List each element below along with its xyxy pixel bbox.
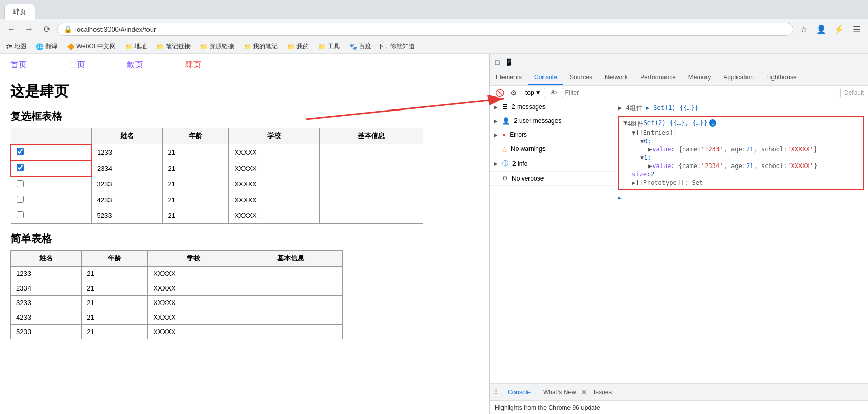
msg-user-messages[interactable]: ▶ 👤 2 user messages: [490, 114, 614, 128]
size-row: size : 2: [632, 170, 859, 178]
tab-network[interactable]: Network: [599, 71, 634, 85]
expand-arrow[interactable]: ▶: [618, 104, 622, 112]
bookmark-icon: 🌐: [36, 43, 44, 50]
context-selector[interactable]: top ▼: [522, 88, 545, 98]
msg-label: 2 info: [512, 160, 527, 168]
bookmark-address[interactable]: 📁 地址: [123, 41, 149, 52]
tab-console-bottom[interactable]: Console: [503, 387, 536, 398]
row-checkbox[interactable]: [17, 211, 24, 218]
expand-proto[interactable]: ▶: [632, 179, 635, 186]
tab-memory[interactable]: Memory: [682, 71, 717, 85]
browser-tab[interactable]: 肆页: [4, 4, 35, 20]
inspect-element-button[interactable]: □: [494, 57, 501, 68]
bookmark-notes-link[interactable]: 📁 笔记链接: [154, 41, 193, 52]
bookmark-icon: 📁: [287, 43, 295, 50]
eye-button[interactable]: 👁: [548, 87, 559, 99]
bookmark-translate[interactable]: 🌐 翻译: [34, 41, 60, 52]
bookmark-my-notes[interactable]: 📁 我的笔记: [241, 41, 280, 52]
row-checkbox[interactable]: [17, 148, 24, 155]
right-expand-arrow[interactable]: ►: [614, 192, 868, 203]
bookmark-baidu[interactable]: 🐾 百度一下，你就知道: [347, 41, 417, 52]
msg-messages[interactable]: ▶ ☰ 2 messages: [490, 100, 614, 114]
set-value[interactable]: ▶ Set(1) {{…}}: [646, 104, 698, 112]
tab-whats-new[interactable]: What's New: [538, 387, 581, 398]
tab-performance[interactable]: Performance: [634, 71, 682, 85]
name-cell: 1233: [91, 144, 162, 160]
expand-icon: ▶: [494, 118, 498, 124]
console-clear-button[interactable]: 🚫: [494, 87, 506, 99]
msg-label: 2 user messages: [514, 117, 561, 125]
devtools-bottom-tabs: ⠿ Console What's New ✕ Issues: [490, 383, 868, 400]
nav-home[interactable]: 首页: [10, 60, 27, 71]
expand-value0[interactable]: ▶: [648, 146, 652, 153]
bookmark-mine[interactable]: 📁 我的: [285, 41, 311, 52]
col-header-age: 年龄: [162, 128, 229, 144]
row-checkbox[interactable]: [17, 164, 24, 171]
checkbox-cell[interactable]: [11, 144, 91, 160]
bookmark-icon: 📁: [156, 43, 164, 50]
info-cell: [320, 144, 423, 160]
age-cell: 21: [82, 324, 148, 339]
row-checkbox[interactable]: [17, 196, 24, 203]
back-button[interactable]: ←: [4, 22, 19, 36]
expand-icon: ▶: [494, 176, 498, 182]
tab-sources[interactable]: Sources: [563, 71, 599, 85]
devtools-panel: □ 📱 Elements Console Sources Network Per…: [489, 54, 868, 414]
console-settings-button[interactable]: ⚙: [509, 87, 519, 99]
msg-verbose[interactable]: ▶ ⚙ No verbose: [490, 172, 614, 186]
info-cell: [239, 295, 342, 310]
component-label: 4组件: [626, 104, 645, 112]
bookmark-resources[interactable]: 📁 资源链接: [198, 41, 236, 52]
entry-1-label: ▼ 1:: [640, 154, 859, 162]
console-filter-input[interactable]: [562, 88, 841, 98]
whats-new-close[interactable]: ✕: [581, 389, 587, 396]
table-row: 1233 21 XXXXX: [11, 144, 423, 160]
tab-issues[interactable]: Issues: [589, 387, 617, 398]
expand-entry0[interactable]: ▼: [640, 137, 644, 145]
tab-application[interactable]: Application: [717, 71, 760, 85]
nav-page4[interactable]: 肆页: [185, 60, 201, 71]
expand-value1[interactable]: ▶: [648, 162, 652, 170]
checkbox-table-section: 复选框表格 姓名 年龄 学校 基本信息 1: [10, 109, 479, 224]
expand-icon: ▶: [494, 104, 498, 110]
msg-label: 2 messages: [512, 103, 546, 111]
tab-lighthouse[interactable]: Lighthouse: [760, 71, 803, 85]
nav-page3[interactable]: 散页: [127, 60, 143, 71]
extensions-button[interactable]: ⚡: [832, 22, 846, 36]
row-checkbox[interactable]: [17, 180, 24, 187]
tab-console[interactable]: Console: [528, 71, 563, 85]
school-cell: XXXXX: [229, 176, 320, 192]
age-cell: 21: [82, 266, 148, 281]
expand-arrow[interactable]: ▼: [623, 119, 627, 127]
menu-button[interactable]: ☰: [849, 22, 864, 36]
msg-errors[interactable]: ▶ ● Errors: [490, 128, 614, 142]
age-cell: 21: [162, 176, 229, 192]
refresh-button[interactable]: ⟳: [39, 22, 54, 36]
expand-entry1[interactable]: ▼: [640, 154, 644, 161]
msg-info[interactable]: ▶ ⓘ 2 info: [490, 156, 614, 172]
nav-page2[interactable]: 二页: [69, 60, 85, 71]
checkbox-cell[interactable]: [11, 160, 91, 176]
age-cell: 21: [82, 295, 148, 310]
forward-button[interactable]: →: [22, 22, 36, 36]
prototype-row: ▶ [[Prototype]]: Set: [632, 178, 859, 187]
msg-warnings[interactable]: ▶ △ No warnings: [490, 142, 614, 156]
checkbox-cell[interactable]: [11, 208, 91, 223]
set-value[interactable]: Set(2) {{…}, {…}}: [643, 119, 707, 127]
checkbox-cell[interactable]: [11, 192, 91, 208]
tab-elements[interactable]: Elements: [490, 71, 528, 85]
info-cell: [239, 324, 342, 339]
entry-1-value: ▶ value : {name: '2334' , age: 21 , scho…: [648, 162, 859, 170]
expand-entries[interactable]: ▼: [632, 129, 635, 136]
device-toggle-button[interactable]: 📱: [503, 57, 515, 68]
address-bar[interactable]: 🔒 localhost:3000/#/index/four: [57, 23, 793, 36]
profile-button[interactable]: 👤: [814, 22, 829, 36]
bookmark-tools[interactable]: 📁 工具: [316, 41, 342, 52]
secure-icon: 🔒: [64, 25, 72, 33]
bookmark-button[interactable]: ☆: [796, 22, 811, 36]
obj-header: ▼ 4组件 Set(2) {{…}, {…}} i: [623, 119, 859, 129]
info-icon: ⓘ: [502, 159, 508, 168]
checkbox-cell[interactable]: [11, 176, 91, 192]
bookmark-maps[interactable]: 🗺 地图: [4, 41, 29, 52]
bookmark-webgl[interactable]: 🔶 WebGL中文网: [65, 41, 118, 52]
